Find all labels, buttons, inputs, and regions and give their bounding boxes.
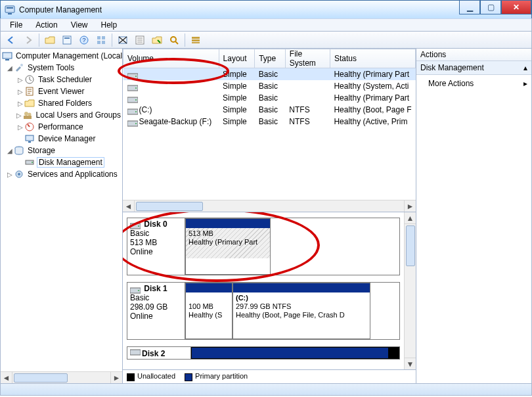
nav-forward-button[interactable] — [20, 32, 36, 48]
disk-title: Disk 1 — [144, 284, 167, 293]
svg-rect-4 — [64, 37, 70, 39]
chevron-right-icon: ▸ — [523, 79, 527, 88]
views-button[interactable] — [93, 32, 109, 48]
svg-rect-0 — [5, 6, 14, 12]
nav-back-button[interactable] — [3, 32, 19, 48]
disk-1-partition-0[interactable]: 100 MB Healthy (S — [185, 283, 233, 339]
col-type[interactable]: Type — [255, 49, 286, 68]
tree-services[interactable]: Services and Applications — [26, 170, 119, 179]
expand-icon[interactable]: ▷ — [6, 171, 14, 178]
expand-icon[interactable]: ▷ — [16, 88, 24, 95]
toolbar: ? — [0, 32, 532, 49]
disk-kind: Basic — [130, 229, 149, 238]
tree-performance[interactable]: Performance — [37, 122, 85, 131]
close-button[interactable]: ✕ — [501, 1, 531, 14]
tree-hscrollbar[interactable]: ◄► — [1, 371, 122, 383]
tree-local-users[interactable]: Local Users and Groups — [35, 110, 122, 120]
maximize-button[interactable]: ▢ — [480, 1, 501, 14]
expand-icon[interactable]: ◢ — [6, 64, 14, 72]
actions-section[interactable]: Disk Management ▴ — [416, 61, 531, 75]
disk-1-partition-1[interactable]: (C:) 297.99 GB NTFS Healthy (Boot, Page … — [233, 283, 370, 339]
svg-rect-18 — [5, 59, 9, 60]
actions-section-label: Disk Management — [420, 63, 484, 72]
disk-size: 513 MB — [130, 238, 157, 247]
svg-rect-1 — [7, 7, 13, 9]
part-status: Healthy (Boot, Page File, Crash D — [236, 311, 345, 319]
expand-icon[interactable]: ▷ — [16, 100, 24, 107]
disk-icon — [130, 221, 139, 229]
disk-state: Online — [130, 312, 153, 321]
disk-1[interactable]: Disk 1 Basic 298.09 GB Online 100 MB — [127, 282, 400, 340]
collapse-icon[interactable]: ▴ — [523, 63, 527, 72]
volume-row[interactable]: SimpleBasicHealthy (System, Acti — [123, 80, 416, 92]
volume-list[interactable]: Volume Layout Type File System Status Si… — [123, 49, 416, 212]
legend-unallocated: Unallocated — [137, 372, 175, 380]
expand-icon[interactable]: ▷ — [16, 112, 22, 119]
expand-icon[interactable]: ▷ — [16, 124, 24, 131]
svg-point-32 — [18, 173, 20, 175]
menu-help[interactable]: Help — [96, 20, 123, 30]
menu-action[interactable]: Action — [30, 20, 62, 30]
disk-graphical-view[interactable]: Disk 0 Basic 513 MB Online 513 MB Health… — [123, 212, 404, 369]
disk-2[interactable]: Disk 2 — [127, 346, 400, 360]
menu-file[interactable]: File — [5, 20, 28, 30]
col-volume[interactable]: Volume — [123, 49, 219, 68]
disk-0[interactable]: Disk 0 Basic 513 MB Online 513 MB Health… — [127, 218, 400, 275]
tree-device-manager[interactable]: Device Manager — [37, 134, 97, 143]
volume-row[interactable]: SimpleBasicHealthy (Primary Part — [123, 92, 416, 104]
help-button[interactable]: ? — [76, 32, 92, 48]
drive-icon — [127, 71, 137, 79]
col-layout[interactable]: Layout — [219, 49, 255, 68]
drive-icon — [127, 118, 137, 126]
actions-header: Actions — [416, 49, 531, 61]
disks-vscrollbar[interactable]: ▲▼ — [404, 212, 416, 369]
expand-icon[interactable]: ▷ — [16, 76, 24, 83]
col-fs[interactable]: File System — [285, 49, 330, 68]
volume-row[interactable]: (C:)SimpleBasicNTFSHealthy (Boot, Page F — [123, 104, 416, 116]
actions-more[interactable]: More Actions ▸ — [416, 75, 531, 92]
disk-icon — [130, 285, 139, 293]
tree-task-scheduler[interactable]: Task Scheduler — [37, 75, 93, 84]
find-button[interactable] — [166, 32, 182, 48]
svg-point-44 — [138, 225, 139, 227]
folder-up-button[interactable] — [42, 32, 58, 48]
tree-root-label[interactable]: Computer Management (Local — [14, 51, 123, 60]
part-label: (C:) — [236, 294, 248, 302]
tree-system-tools[interactable]: System Tools — [26, 63, 76, 72]
properties-button[interactable] — [59, 32, 75, 48]
svg-rect-17 — [3, 53, 12, 58]
disk-0-partition-0[interactable]: 513 MB Healthy (Primary Part — [185, 218, 271, 275]
volume-row[interactable]: Seagate-Backup (F:)SimpleBasicNTFSHealth… — [123, 116, 416, 128]
svg-rect-47 — [130, 350, 141, 355]
svg-rect-14 — [192, 37, 200, 39]
settings-button[interactable] — [132, 32, 148, 48]
volumes-hscrollbar[interactable]: ◄► — [123, 200, 416, 212]
tree-disk-management[interactable]: Disk Management — [37, 157, 104, 168]
col-status[interactable]: Status — [330, 49, 415, 68]
svg-rect-26 — [26, 135, 33, 141]
rescan-button[interactable] — [149, 32, 165, 48]
legend-primary: Primary partition — [195, 372, 248, 380]
tree-storage[interactable]: Storage — [26, 146, 56, 155]
part-status: Healthy (S — [188, 311, 229, 319]
shared-folder-icon — [24, 98, 35, 108]
tree-event-viewer[interactable]: Event Viewer — [37, 87, 85, 96]
svg-point-40 — [135, 111, 137, 112]
list-button[interactable] — [188, 32, 204, 48]
window-title: Computer Management — [19, 5, 102, 14]
svg-point-23 — [28, 113, 31, 116]
titlebar[interactable]: Computer Management ▁ ▢ ✕ — [0, 0, 532, 18]
volume-row[interactable]: SimpleBasicHealthy (Primary Part — [123, 68, 416, 81]
actions-pane: Actions Disk Management ▴ More Actions ▸ — [416, 49, 531, 383]
expand-icon[interactable]: ◢ — [6, 147, 14, 154]
tree-shared-folders[interactable]: Shared Folders — [37, 99, 93, 108]
minimize-button[interactable]: ▁ — [459, 1, 480, 14]
show-hide-button[interactable] — [115, 32, 131, 48]
svg-point-42 — [135, 123, 137, 124]
computer-icon — [2, 51, 12, 61]
disk-title: Disk 0 — [144, 220, 167, 229]
navigation-tree[interactable]: Computer Management (Local ◢ System Tool… — [1, 49, 123, 383]
menu-view[interactable]: View — [66, 20, 93, 30]
menubar: File Action View Help — [0, 18, 532, 32]
app-icon — [5, 5, 15, 15]
